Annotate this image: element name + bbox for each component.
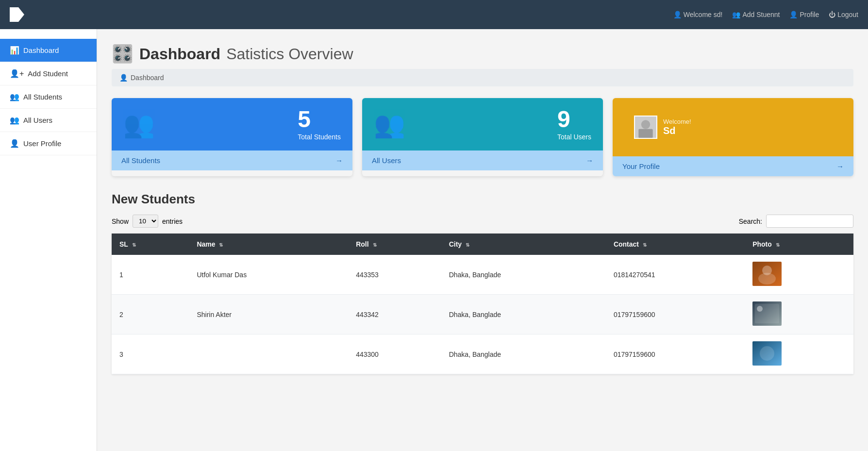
stat-card-profile-link[interactable]: Your Profile → xyxy=(613,156,853,176)
photo-thumbnail xyxy=(752,262,782,286)
all-users-icon: 👥 xyxy=(10,116,19,125)
all-students-icon: 👥 xyxy=(10,92,19,101)
breadcrumb: 👤 Dashboard xyxy=(112,69,853,86)
stat-card-profile-top: Welcome! Sd xyxy=(613,98,853,156)
entries-select[interactable]: 10 25 50 xyxy=(133,215,158,228)
svg-point-10 xyxy=(760,346,774,361)
page-title: 🎛️ Dashboard Satistics Overview xyxy=(112,44,853,64)
sidebar-label-all-students: All Students xyxy=(23,93,62,101)
cell-sl: 2 xyxy=(112,295,189,334)
svg-rect-1 xyxy=(638,129,652,138)
photo-thumbnail xyxy=(752,301,782,326)
sort-roll-icon[interactable]: ⇅ xyxy=(373,242,377,248)
title-sub: Satistics Overview xyxy=(226,45,353,63)
users-stat-icon: 👥 xyxy=(374,110,405,139)
stat-card-profile: Welcome! Sd Your Profile → xyxy=(613,98,853,176)
sidebar-item-dashboard[interactable]: 📊 Dashboard xyxy=(0,39,97,62)
table-header-row: SL ⇅ Name ⇅ Roll ⇅ City ⇅ Contact ⇅ Phot… xyxy=(112,234,853,255)
all-users-link-text: All Users xyxy=(372,156,401,165)
welcome-top: Welcome! Sd xyxy=(624,108,701,147)
sort-photo-icon[interactable]: ⇅ xyxy=(776,242,780,248)
col-city: City ⇅ xyxy=(441,234,606,255)
col-sl: SL ⇅ xyxy=(112,234,189,255)
add-student-nav-label: Add Stuennt xyxy=(742,11,780,18)
cell-city: Dhaka, Banglade xyxy=(441,295,606,334)
stat-card-users-top: 👥 9 Total Users xyxy=(362,98,603,150)
col-name: Name ⇅ xyxy=(189,234,348,255)
table-head: SL ⇅ Name ⇅ Roll ⇅ City ⇅ Contact ⇅ Phot… xyxy=(112,234,853,255)
profile-nav-icon: 👤 xyxy=(789,11,798,18)
sidebar-item-all-students[interactable]: 👥 All Students xyxy=(0,85,97,109)
profile-link-text: Your Profile xyxy=(622,162,660,170)
welcome-name: Sd xyxy=(663,125,691,136)
cell-contact: 01797159600 xyxy=(606,334,745,374)
welcome-text: Welcome sd! xyxy=(684,11,723,18)
layout: 📊 Dashboard 👤+ Add Student 👥 All Student… xyxy=(0,29,868,451)
cell-sl: 1 xyxy=(112,255,189,295)
logo-icon xyxy=(10,7,24,22)
dashboard-icon: 📊 xyxy=(10,46,19,55)
cell-photo xyxy=(745,295,853,334)
search-box: Search: xyxy=(739,215,853,228)
cell-contact: 01814270541 xyxy=(606,255,745,295)
sidebar-item-add-student[interactable]: 👤+ Add Student xyxy=(0,62,97,85)
arrow-right-profile-icon: → xyxy=(836,162,844,170)
breadcrumb-icon: 👤 xyxy=(119,74,128,82)
navbar: 👤 Welcome sd! 👥 Add Stuennt 👤 Profile ⏻ … xyxy=(0,0,868,29)
profile-nav-label: Profile xyxy=(800,11,819,18)
all-students-link-text: All Students xyxy=(121,156,160,165)
sidebar-item-user-profile[interactable]: 👤 User Profile xyxy=(0,132,97,155)
stat-card-users-link[interactable]: All Users → xyxy=(362,150,603,170)
main-content: 🎛️ Dashboard Satistics Overview 👤 Dashbo… xyxy=(97,29,868,451)
user-icon: 👤 xyxy=(673,11,682,18)
students-stat-icon: 👥 xyxy=(123,110,155,139)
table-row: 1 Utfol Kumar Das 443353 Dhaka, Banglade… xyxy=(112,255,853,295)
sort-sl-icon[interactable]: ⇅ xyxy=(132,242,136,248)
cell-name xyxy=(189,334,348,374)
search-input[interactable] xyxy=(766,215,853,228)
col-roll: Roll ⇅ xyxy=(348,234,441,255)
table-row: 2 Shirin Akter 443342 Dhaka, Banglade 01… xyxy=(112,295,853,334)
sort-contact-icon[interactable]: ⇅ xyxy=(643,242,647,248)
cell-contact: 01797159600 xyxy=(606,295,745,334)
logout-icon: ⏻ xyxy=(829,11,835,18)
sort-name-icon[interactable]: ⇅ xyxy=(219,242,223,248)
show-label: Show xyxy=(112,217,129,225)
add-student-nav-link[interactable]: 👥 Add Stuennt xyxy=(732,11,780,18)
stat-card-students: 👥 5 Total Students All Students → xyxy=(112,98,352,176)
stat-card-students-link[interactable]: All Students → xyxy=(112,150,352,170)
table-controls: Show 10 25 50 entries Search: xyxy=(112,215,853,228)
stats-row: 👥 5 Total Students All Students → 👥 9 xyxy=(112,98,853,176)
stat-card-users: 👥 9 Total Users All Users → xyxy=(362,98,603,176)
sort-city-icon[interactable]: ⇅ xyxy=(466,242,469,248)
welcome-avatar xyxy=(634,116,657,139)
cell-roll: 443342 xyxy=(348,295,441,334)
cell-name: Shirin Akter xyxy=(189,295,348,334)
cell-roll: 443353 xyxy=(348,255,441,295)
add-user-icon: 👥 xyxy=(732,11,740,18)
data-table: SL ⇅ Name ⇅ Roll ⇅ City ⇅ Contact ⇅ Phot… xyxy=(112,234,853,374)
sidebar-label-add-student: Add Student xyxy=(28,69,68,78)
students-count: 5 xyxy=(298,108,341,131)
logout-link[interactable]: ⏻ Logout xyxy=(829,11,858,18)
sidebar-item-all-users[interactable]: 👥 All Users xyxy=(0,109,97,132)
entries-label: entries xyxy=(162,217,183,225)
col-contact: Contact ⇅ xyxy=(606,234,745,255)
welcome-link[interactable]: 👤 Welcome sd! xyxy=(673,11,723,18)
cell-roll: 443300 xyxy=(348,334,441,374)
profile-nav-link[interactable]: 👤 Profile xyxy=(789,11,819,18)
svg-point-5 xyxy=(762,266,772,275)
students-stat-info: 5 Total Students xyxy=(298,108,341,141)
show-entries: Show 10 25 50 entries xyxy=(112,215,183,228)
cell-city: Dhaka, Banglade xyxy=(441,255,606,295)
students-label: Total Students xyxy=(298,133,341,141)
dashboard-title-icon: 🎛️ xyxy=(112,44,134,64)
col-photo: Photo ⇅ xyxy=(745,234,853,255)
svg-point-2 xyxy=(641,120,650,129)
cell-name: Utfol Kumar Das xyxy=(189,255,348,295)
cell-sl: 3 xyxy=(112,334,189,374)
table-row: 3 443300 Dhaka, Banglade 01797159600 xyxy=(112,334,853,374)
new-students-section: New Students Show 10 25 50 entries Searc… xyxy=(112,192,853,374)
cell-city: Dhaka, Banglade xyxy=(441,334,606,374)
search-label: Search: xyxy=(739,217,762,225)
